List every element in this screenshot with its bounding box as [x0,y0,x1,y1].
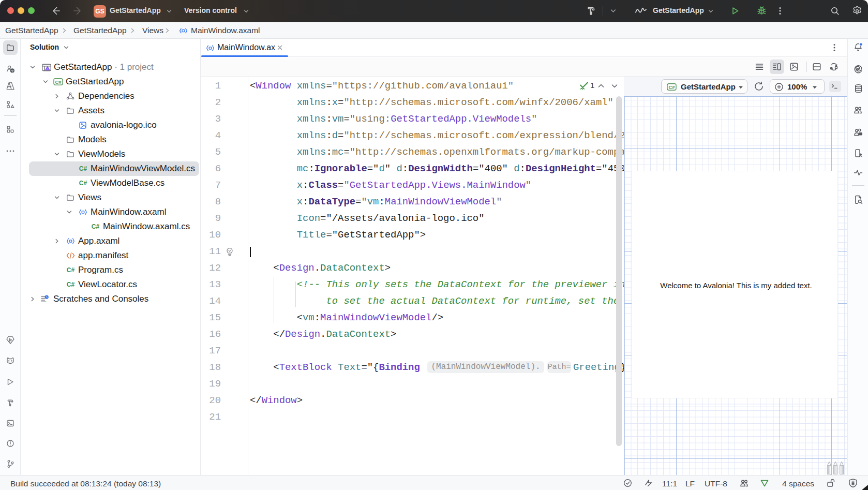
svg-text:C#: C# [92,223,100,230]
svg-text:?: ? [11,69,14,73]
svg-text:C#: C# [79,165,87,172]
svg-text:C#: C# [67,281,75,288]
svg-text:C#: C# [67,266,75,274]
svg-text:C#: C# [79,180,87,187]
svg-text:C#: C# [668,84,675,90]
svg-text:C#: C# [55,79,62,85]
